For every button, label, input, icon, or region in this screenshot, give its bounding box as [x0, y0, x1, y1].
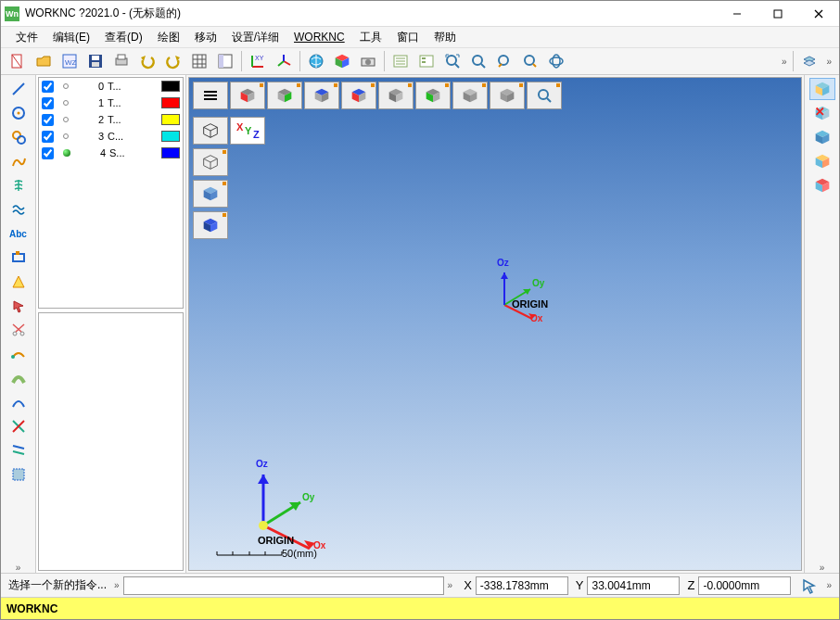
save-icon[interactable]	[83, 49, 108, 73]
viewcube-green2-icon[interactable]	[415, 82, 451, 109]
globe-icon[interactable]	[304, 49, 328, 73]
viewcube-solid-icon[interactable]	[193, 211, 228, 239]
menu-help[interactable]: 帮助	[426, 28, 464, 47]
pick-icon[interactable]	[6, 295, 32, 317]
cube-red-icon[interactable]	[809, 174, 835, 196]
y-input[interactable]	[587, 576, 680, 595]
blend-icon[interactable]	[6, 367, 32, 389]
layer-checkbox[interactable]	[42, 147, 54, 159]
viewport-3d[interactable]: XYZ Oz Oy Ox ORIGIN	[188, 77, 802, 571]
cube-colored-icon[interactable]	[330, 49, 354, 73]
coord-overflow[interactable]: »	[822, 580, 835, 590]
cmd-overflow[interactable]: »	[444, 580, 457, 590]
left-overflow[interactable]: »	[12, 563, 25, 573]
camera-icon[interactable]	[356, 49, 380, 73]
svg-rect-35	[422, 61, 426, 63]
axes-3d-icon[interactable]	[272, 49, 296, 73]
viewcube-wire2-icon[interactable]	[193, 148, 228, 176]
viewcube-blue-icon[interactable]	[304, 82, 339, 109]
new-file-icon[interactable]	[6, 49, 30, 73]
z-input[interactable]	[698, 576, 791, 595]
viewcube-red-icon[interactable]	[230, 82, 265, 109]
layer-swatch[interactable]	[161, 131, 180, 142]
hatch-icon[interactable]	[6, 271, 32, 293]
maximize-button[interactable]	[757, 1, 798, 27]
lines-icon[interactable]	[6, 439, 32, 462]
layer-swatch[interactable]	[161, 147, 180, 158]
viewcube-gray1-icon[interactable]	[378, 82, 414, 109]
redo-icon[interactable]	[161, 49, 185, 73]
menu-move[interactable]: 移动	[187, 28, 224, 47]
zoom-win-icon[interactable]	[466, 49, 490, 73]
menu-window[interactable]: 窗口	[389, 28, 426, 47]
layer-list[interactable]: 0 T... 1 T... 2 T... 3	[38, 77, 184, 309]
viewcube-gray2-icon[interactable]	[452, 82, 488, 109]
open-file-icon[interactable]	[32, 49, 56, 73]
menu-settings[interactable]: 设置/详细	[224, 28, 286, 47]
close-button[interactable]	[798, 1, 839, 27]
cube-x-icon[interactable]	[809, 102, 835, 124]
list2-icon[interactable]	[414, 49, 439, 73]
zoom-prev-icon[interactable]	[492, 49, 516, 73]
axes-xy-icon[interactable]: XY	[246, 49, 270, 73]
right-overflow[interactable]: »	[816, 563, 829, 573]
menu-draw[interactable]: 绘图	[150, 28, 187, 47]
print-icon[interactable]	[109, 49, 134, 73]
prompt-dropdown[interactable]: »	[110, 580, 123, 590]
circle-2-icon[interactable]	[6, 126, 32, 148]
viewcube-zoom-icon[interactable]	[527, 82, 562, 109]
x-input[interactable]	[476, 576, 568, 595]
viewmenu-icon[interactable]	[193, 82, 228, 109]
command-input[interactable]	[123, 576, 444, 595]
viewcube-green-icon[interactable]	[267, 82, 302, 109]
layer-swatch[interactable]	[161, 97, 180, 108]
viewcube-wire-icon[interactable]	[193, 117, 228, 145]
menu-worknc[interactable]: WORKNC	[286, 29, 352, 45]
minimize-button[interactable]	[717, 1, 757, 27]
viewcube-dual-icon[interactable]	[341, 82, 376, 109]
layer-swatch[interactable]	[161, 114, 180, 125]
layer-checkbox[interactable]	[42, 131, 54, 143]
circle-icon[interactable]	[6, 102, 32, 124]
cube-edge-icon[interactable]	[809, 150, 835, 172]
axes-label-icon[interactable]: XYZ	[230, 117, 265, 145]
cube-face-icon[interactable]	[809, 126, 835, 148]
undo-icon[interactable]	[135, 49, 159, 73]
menu-view[interactable]: 查看(D)	[97, 28, 150, 47]
origin-label: ORIGIN	[258, 535, 294, 546]
panel-icon[interactable]	[213, 49, 237, 73]
text-icon[interactable]: Abc	[6, 222, 32, 245]
layer-checkbox[interactable]	[42, 81, 54, 93]
viewcube-shade-icon[interactable]	[193, 180, 228, 208]
trim-icon[interactable]	[6, 319, 32, 341]
app-wz-icon[interactable]: WZ	[57, 49, 82, 73]
wave-icon[interactable]	[6, 198, 32, 221]
cross-icon[interactable]	[6, 415, 32, 437]
move-icon[interactable]	[6, 343, 32, 365]
layer-checkbox[interactable]	[42, 114, 54, 126]
cube-blue-icon[interactable]	[809, 78, 835, 100]
layer-checkbox[interactable]	[42, 97, 54, 109]
rotate-icon[interactable]	[544, 49, 568, 73]
command-prompt: 选择一个新的指令...	[5, 577, 110, 593]
list1-icon[interactable]	[388, 49, 413, 73]
spline-icon[interactable]	[6, 150, 32, 172]
arc-icon[interactable]	[6, 391, 32, 413]
layers-icon[interactable]	[797, 49, 821, 73]
layer-swatch[interactable]	[161, 81, 180, 92]
menu-file[interactable]: 文件	[8, 28, 45, 47]
helix-icon[interactable]	[6, 174, 32, 196]
zoom-all-icon[interactable]	[440, 49, 465, 73]
cursor-icon[interactable]	[796, 576, 822, 596]
menu-edit[interactable]: 编辑(E)	[45, 28, 97, 47]
viewcube-gray3-icon[interactable]	[490, 82, 525, 109]
toolbar-overflow[interactable]: »	[778, 57, 791, 67]
menu-tools[interactable]: 工具	[352, 28, 389, 47]
zoom-next-icon[interactable]	[518, 49, 542, 73]
rect-icon[interactable]	[6, 247, 32, 269]
layer-name: T...	[108, 114, 161, 125]
toolbar-overflow-2[interactable]: »	[822, 57, 835, 67]
select-rect-icon[interactable]	[6, 463, 32, 486]
draw-line-icon[interactable]	[6, 78, 32, 100]
grid-icon[interactable]	[187, 49, 211, 73]
